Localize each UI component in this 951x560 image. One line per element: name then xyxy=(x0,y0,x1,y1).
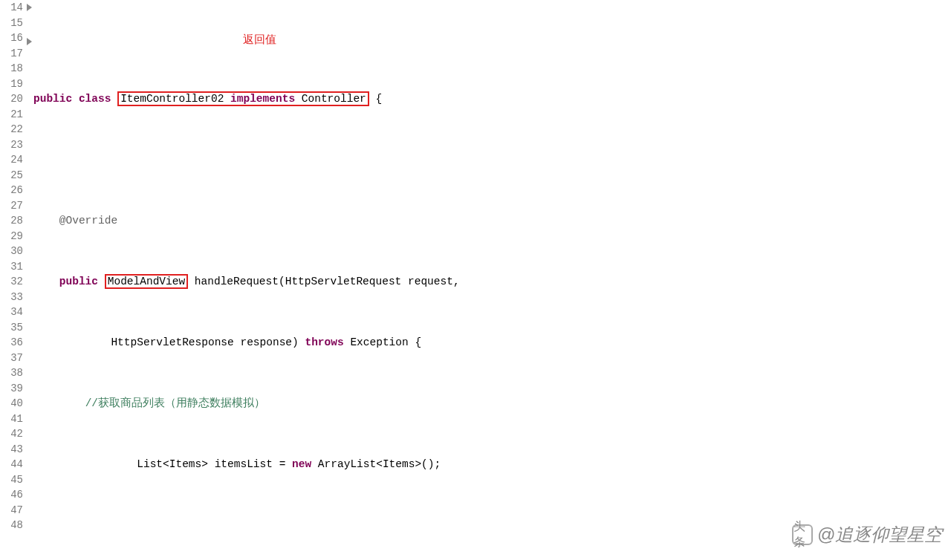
line-number: 14 xyxy=(0,0,23,16)
line-number: 24 xyxy=(0,152,23,168)
annotation-return-value: 返回值 xyxy=(243,32,276,48)
line-number: 19 xyxy=(0,76,23,92)
code-line: List<Items> itemsList = new ArrayList<It… xyxy=(33,457,951,472)
line-number: 48 xyxy=(0,518,23,533)
line-number: 23 xyxy=(0,137,23,153)
line-number: 18 xyxy=(0,61,23,76)
line-number: 30 xyxy=(0,244,23,259)
line-number: 15 xyxy=(0,16,23,31)
line-number: 22 xyxy=(0,122,23,137)
line-number: 39 xyxy=(0,381,23,397)
keyword: public class xyxy=(33,93,117,105)
annotation-override: @Override xyxy=(59,215,117,227)
override-marker-icon xyxy=(27,38,32,45)
line-number-gutter: 1415161718192021222324252627282930313233… xyxy=(0,0,26,560)
line-number: 17 xyxy=(0,46,23,62)
line-number: 34 xyxy=(0,305,23,320)
code-line: public ModelAndView handleRequest(HttpSe… xyxy=(33,274,951,290)
line-number: 20 xyxy=(0,91,23,107)
line-number: 26 xyxy=(0,183,23,198)
line-number: 16 xyxy=(0,30,23,46)
code-area: 返回值 public class ItemController02 implem… xyxy=(33,0,951,560)
highlight-box-return-type: ModelAndView xyxy=(105,274,188,289)
line-number: 42 xyxy=(0,426,23,442)
code-line xyxy=(33,152,951,168)
highlight-box-class-decl: ItemController02 implements Controller xyxy=(117,91,369,106)
line-number: 25 xyxy=(0,168,23,183)
line-number: 45 xyxy=(0,472,23,488)
line-number: 44 xyxy=(0,457,23,472)
code-line: HttpServletResponse response) throws Exc… xyxy=(33,335,951,351)
line-number: 40 xyxy=(0,396,23,411)
line-number: 41 xyxy=(0,411,23,427)
line-number: 36 xyxy=(0,335,23,351)
code-line: //获取商品列表（用静态数据模拟） xyxy=(33,396,951,411)
line-number: 37 xyxy=(0,351,23,366)
code-line: @Override xyxy=(33,213,951,229)
override-marker-icon xyxy=(27,4,32,11)
line-number: 28 xyxy=(0,213,23,229)
line-number: 35 xyxy=(0,320,23,336)
line-number: 21 xyxy=(0,107,23,123)
line-number: 33 xyxy=(0,290,23,305)
line-number: 43 xyxy=(0,442,23,458)
line-number: 32 xyxy=(0,274,23,290)
code-line: public class ItemController02 implements… xyxy=(33,91,951,107)
line-number: 27 xyxy=(0,198,23,214)
line-number: 46 xyxy=(0,487,23,503)
line-number: 31 xyxy=(0,259,23,275)
line-number: 38 xyxy=(0,365,23,381)
watermark: 头条 @追逐仰望星空 xyxy=(792,523,942,547)
line-number: 47 xyxy=(0,503,23,518)
line-number: 29 xyxy=(0,229,23,244)
code-editor: 1415161718192021222324252627282930313233… xyxy=(0,0,951,560)
fold-marker-column xyxy=(26,0,33,560)
watermark-text: @追逐仰望星空 xyxy=(817,523,942,547)
watermark-logo-icon: 头条 xyxy=(792,524,813,545)
